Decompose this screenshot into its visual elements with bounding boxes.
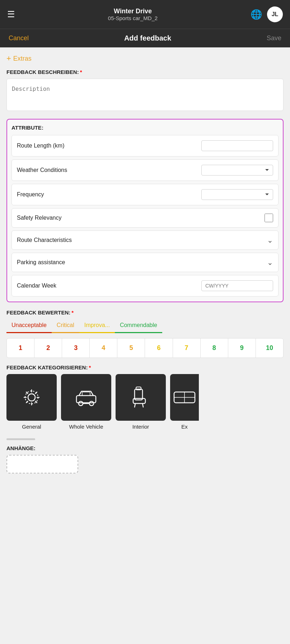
category-name-exterior: Ex (181, 424, 188, 430)
feedback-beschreiben-label: FEEDBACK BESCHREIBEN:* (6, 69, 284, 75)
rating-8[interactable]: 8 (201, 339, 228, 358)
page-title: Add feedback (124, 34, 171, 42)
attr-label-weather: Weather Conditions (17, 167, 67, 173)
tab-unacceptable[interactable]: Unacceptable (6, 319, 52, 333)
category-icon-box-whole-vehicle (61, 374, 111, 421)
category-name-general: General (22, 424, 41, 430)
rating-5[interactable]: 5 (117, 339, 145, 358)
rating-1[interactable]: 1 (7, 339, 34, 358)
category-cards: General Whole Vehicle (6, 374, 284, 432)
feedback-bewerten-section: FEEDBACK BEWERTEN:* Unacceptable Critica… (6, 309, 284, 358)
attr-label-parking: Parking assistance (17, 259, 65, 266)
hamburger-icon[interactable]: ☰ (7, 9, 15, 19)
attr-row-route-length: Route Length (km) (11, 135, 279, 157)
route-length-input[interactable] (201, 140, 273, 151)
svg-line-9 (135, 403, 135, 407)
gear-icon (19, 385, 44, 410)
frequency-select[interactable]: Always Often Sometimes Rarely (201, 189, 273, 200)
save-button[interactable]: Save (267, 34, 281, 42)
rating-3[interactable]: 3 (62, 339, 90, 358)
svg-point-0 (28, 394, 35, 401)
attr-label-safety: Safety Relevancy (17, 215, 62, 221)
tab-critical[interactable]: Critical (52, 319, 79, 333)
seat-icon (128, 385, 153, 410)
required-star-bewerten: * (71, 309, 74, 316)
svg-point-4 (89, 401, 94, 406)
category-general[interactable]: General (6, 374, 57, 430)
toolbar: Cancel Add feedback Save (0, 29, 290, 47)
feedback-kategorisieren-section: FEEDBACK KATEGORISIEREN:* General (6, 364, 284, 432)
tab-improvable[interactable]: Improvа... (79, 319, 115, 333)
category-icon-box-exterior (170, 374, 199, 421)
rating-7[interactable]: 7 (173, 339, 201, 358)
rating-6[interactable]: 6 (145, 339, 173, 358)
attr-label-route-length: Route Length (km) (17, 143, 65, 149)
attribute-title: ATTRIBUTE: (11, 125, 279, 131)
attr-label-route-characteristics: Route Characteristics (17, 237, 72, 243)
description-input[interactable] (6, 79, 284, 111)
attr-row-weather: Weather Conditions Sunny Cloudy Rainy Sn… (11, 159, 279, 181)
required-star: * (80, 69, 82, 75)
anhaenge-section: ANHÄNGE: (6, 445, 284, 473)
rating-2[interactable]: 2 (34, 339, 62, 358)
app-header: ☰ Winter Drive 05-Sports car_MD_2 🌐 JL (0, 0, 290, 29)
rating-numbers: 1 2 3 4 5 6 7 8 9 10 (6, 338, 284, 358)
header-center: Winter Drive 05-Sports car_MD_2 (108, 8, 158, 21)
calendar-week-input[interactable] (201, 280, 273, 291)
car-icon (74, 385, 99, 410)
attr-row-safety: Safety Relevancy (11, 208, 279, 228)
attribute-box: ATTRIBUTE: Route Length (km) Weather Con… (6, 119, 284, 302)
safety-relevancy-checkbox[interactable] (265, 214, 273, 222)
attr-row-frequency: Frequency Always Often Sometimes Rarely (11, 184, 279, 205)
attr-label-frequency: Frequency (17, 191, 44, 198)
weather-conditions-select[interactable]: Sunny Cloudy Rainy Snowy (201, 165, 273, 176)
attr-label-calendar-week: Calendar Week (17, 283, 56, 289)
svg-line-10 (142, 403, 143, 407)
category-icon-box-interior (116, 374, 166, 421)
tab-commendable[interactable]: Commendable (115, 319, 162, 333)
svg-point-3 (79, 401, 83, 406)
attr-row-route-characteristics[interactable]: Route Characteristics ⌄ (11, 230, 279, 250)
extras-plus-icon[interactable]: + (6, 54, 11, 63)
upload-box[interactable] (6, 455, 78, 473)
category-icon-box-general (6, 374, 57, 421)
extras-row: + Extras (6, 54, 284, 63)
category-name-interior: Interior (132, 424, 149, 430)
attr-row-parking[interactable]: Parking assistance ⌄ (11, 253, 279, 272)
extras-label[interactable]: Extras (13, 55, 32, 62)
chevron-down-icon-parking: ⌄ (267, 258, 273, 267)
rating-9[interactable]: 9 (228, 339, 256, 358)
header-subtitle: 05-Sports car_MD_2 (108, 15, 158, 21)
rating-tabs: Unacceptable Critical Improvа... Commend… (6, 319, 284, 334)
attr-row-calendar-week: Calendar Week (11, 275, 279, 297)
cancel-button[interactable]: Cancel (9, 34, 29, 42)
required-star-kat: * (89, 364, 91, 370)
avatar[interactable]: JL (267, 6, 283, 22)
category-name-whole-vehicle: Whole Vehicle (69, 424, 103, 430)
header-title: Winter Drive (108, 8, 158, 15)
feedback-bewerten-label: FEEDBACK BEWERTEN:* (6, 309, 284, 316)
rating-10[interactable]: 10 (256, 339, 283, 358)
category-whole-vehicle[interactable]: Whole Vehicle (61, 374, 111, 430)
category-interior[interactable]: Interior (116, 374, 166, 430)
globe-icon[interactable]: 🌐 (251, 9, 262, 20)
exterior-icon (172, 385, 197, 410)
chevron-down-icon: ⌄ (267, 236, 273, 244)
main-content: + Extras FEEDBACK BESCHREIBEN:* ATTRIBUT… (0, 47, 290, 486)
rating-4[interactable]: 4 (90, 339, 117, 358)
anhaenge-label: ANHÄNGE: (6, 445, 284, 451)
scroll-indicator (6, 438, 35, 440)
category-exterior[interactable]: Ex (170, 374, 199, 430)
header-right: 🌐 JL (251, 6, 283, 22)
svg-rect-6 (82, 392, 90, 396)
feedback-kategorisieren-label: FEEDBACK KATEGORISIEREN:* (6, 364, 284, 370)
